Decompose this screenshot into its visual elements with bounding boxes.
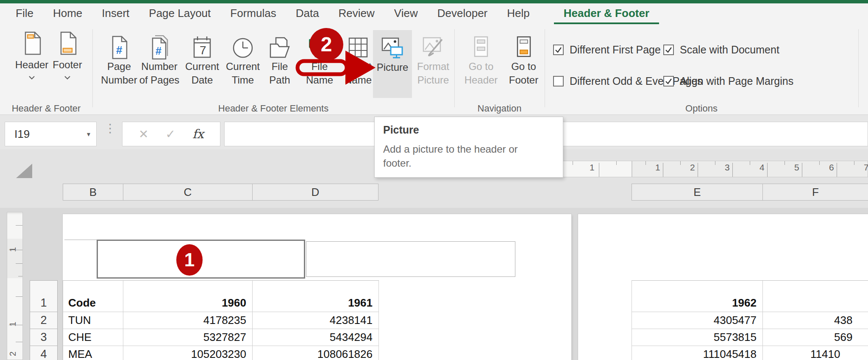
cell-F2[interactable]: 438: [763, 312, 868, 329]
cell-B2[interactable]: TUN: [63, 312, 123, 329]
ruler-number: 1: [8, 322, 18, 327]
cell-D2[interactable]: 4238141: [253, 312, 379, 329]
header-icon: [20, 31, 43, 56]
annotation-step-1-badge: 1: [176, 244, 203, 276]
group-label-navigation: Navigation: [454, 103, 545, 114]
button-label: Picture: [417, 73, 449, 87]
page-layout-corner-marker: [16, 164, 32, 178]
cell-D1[interactable]: 1961: [253, 281, 379, 312]
cell-F4[interactable]: 11410: [763, 346, 868, 360]
ruler-number: 1: [590, 162, 595, 173]
button-label: Current: [226, 60, 260, 73]
row-header-1[interactable]: 1: [30, 280, 58, 312]
checkbox-unchecked-icon[interactable]: [553, 76, 564, 87]
tab-review[interactable]: Review: [329, 3, 384, 24]
cancel-formula-icon[interactable]: ✕: [139, 127, 148, 141]
footer-button[interactable]: Footer: [49, 31, 86, 80]
number-of-pages-button[interactable]: # Number of Pages: [139, 32, 180, 87]
column-header-D[interactable]: D: [252, 184, 378, 201]
cell-D4[interactable]: 108061826: [253, 346, 379, 360]
column-header-E[interactable]: E: [632, 184, 763, 201]
sheet-name-icon: [347, 32, 370, 60]
option-align-with-margins[interactable]: Align with Page Margins: [663, 75, 793, 87]
cell-C1[interactable]: 1960: [123, 281, 253, 312]
cell-B1[interactable]: Code: [63, 281, 123, 312]
tooltip-body: Add a picture to the header or footer.: [383, 142, 554, 170]
checkbox-label: Different First Page: [570, 44, 661, 56]
checkbox-checked-icon[interactable]: [663, 76, 674, 87]
row-header-2[interactable]: 2: [30, 312, 58, 329]
format-picture-icon: [422, 32, 445, 60]
group-label-header-footer: Header & Footer: [0, 103, 92, 114]
button-label: Time: [232, 73, 254, 87]
checkbox-label: Align with Page Margins: [680, 75, 793, 87]
ruler-number: 3: [725, 162, 730, 173]
picture-icon: [381, 33, 404, 61]
button-label: of Pages: [139, 73, 180, 87]
column-header-C[interactable]: C: [123, 184, 253, 201]
row-header-3[interactable]: 3: [30, 329, 58, 346]
name-box[interactable]: I19 ▾: [5, 122, 97, 146]
current-time-button[interactable]: Current Time: [224, 32, 262, 87]
header-left-section-edge: [64, 240, 97, 240]
go-to-footer-icon: [514, 32, 534, 60]
file-path-icon: [268, 32, 291, 60]
button-label: Page: [107, 60, 131, 73]
option-scale-with-document[interactable]: Scale with Document: [663, 44, 779, 56]
button-label: Name: [306, 73, 333, 87]
name-box-value: I19: [14, 128, 30, 141]
cell-B3[interactable]: CHE: [63, 329, 123, 346]
cell-E2[interactable]: 4305477: [632, 312, 763, 329]
current-time-icon: [232, 32, 254, 60]
name-box-dropdown-icon[interactable]: ▾: [87, 130, 90, 138]
tab-header-footer[interactable]: Header & Footer: [554, 3, 659, 24]
tab-developer[interactable]: Developer: [428, 3, 498, 24]
tab-insert[interactable]: Insert: [92, 3, 139, 24]
tab-page-layout[interactable]: Page Layout: [139, 3, 220, 24]
cell-F3[interactable]: 569: [763, 329, 868, 346]
ruler-number: 1: [655, 162, 660, 173]
insert-function-icon[interactable]: fx: [192, 127, 204, 141]
cell-D3[interactable]: 5434294: [253, 329, 379, 346]
cell-E3[interactable]: 5573815: [632, 329, 763, 346]
cell-C4[interactable]: 105203230: [123, 346, 253, 360]
tab-view[interactable]: View: [384, 3, 428, 24]
title-bar-strip: [0, 0, 868, 3]
tab-data[interactable]: Data: [286, 3, 329, 24]
header-button[interactable]: Header: [14, 31, 50, 80]
checkbox-checked-icon[interactable]: [553, 45, 564, 55]
go-to-footer-button[interactable]: Go to Footer: [504, 32, 544, 87]
checkbox-checked-icon[interactable]: [663, 45, 674, 55]
ruler-number: 5: [794, 162, 799, 173]
formula-bar-resize-handle[interactable]: ⋮: [104, 123, 109, 134]
header-right-section[interactable]: [306, 241, 515, 277]
row-header-4[interactable]: 4: [30, 346, 58, 360]
cell-E4[interactable]: 111045418: [632, 346, 763, 360]
column-header-F[interactable]: F: [762, 184, 868, 201]
cell-E1[interactable]: 1962: [632, 281, 763, 312]
option-different-first-page[interactable]: Different First Page: [553, 44, 661, 56]
cell-C2[interactable]: 4178235: [123, 312, 253, 329]
svg-text:#: #: [116, 44, 122, 56]
tab-help[interactable]: Help: [497, 3, 539, 24]
tab-formulas[interactable]: Formulas: [220, 3, 286, 24]
picture-button[interactable]: Picture: [373, 30, 412, 98]
page-number-icon: #: [108, 32, 130, 60]
tab-home[interactable]: Home: [43, 3, 92, 24]
column-header-B[interactable]: B: [63, 184, 123, 201]
group-separator: [454, 29, 455, 107]
current-date-button[interactable]: 7 Current Date: [182, 32, 222, 87]
button-label: Path: [269, 73, 290, 87]
cell-F1[interactable]: [763, 281, 868, 312]
sheet-name-button[interactable]: Sheet Name: [340, 32, 376, 87]
cell-C3[interactable]: 5327827: [123, 329, 253, 346]
file-path-button[interactable]: File Path: [262, 32, 298, 87]
chevron-down-icon: [29, 76, 35, 80]
ruler-number: 6: [829, 162, 834, 173]
tab-file[interactable]: File: [6, 3, 43, 24]
page-number-button[interactable]: # Page Number: [100, 32, 138, 87]
horizontal-ruler-page1: 1: [563, 161, 632, 177]
cell-B4[interactable]: MEA: [63, 346, 123, 360]
footer-icon: [56, 31, 79, 56]
confirm-formula-icon[interactable]: ✓: [165, 127, 175, 141]
